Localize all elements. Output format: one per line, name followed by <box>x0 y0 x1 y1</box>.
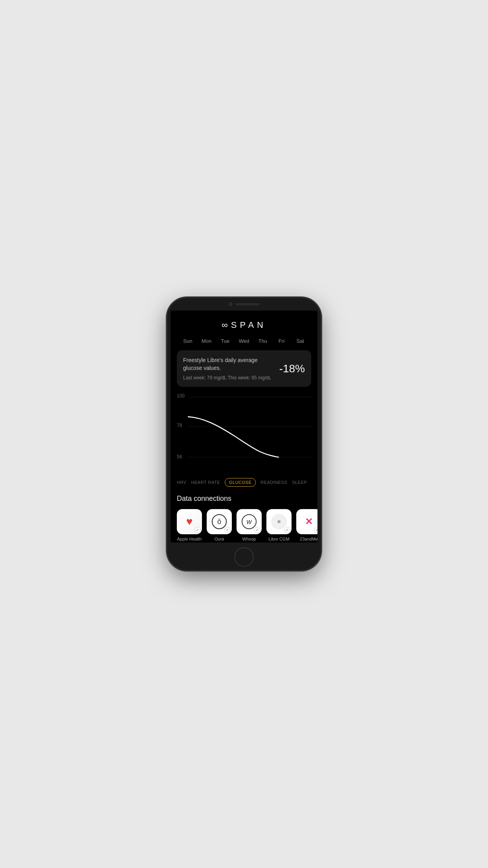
info-card-stats: Last week: 79 mg/dL This week: 65 mg/dL <box>183 375 275 381</box>
speaker <box>236 303 259 305</box>
day-fri[interactable]: Fri <box>272 338 291 344</box>
tab-hrv[interactable]: HRV <box>177 478 187 486</box>
connection-23andme[interactable]: ✕ ✓ 23andMe <box>296 509 317 541</box>
whoop-icon-wrap: w ✓ <box>237 509 262 534</box>
chart-label-56: 56 <box>177 454 182 460</box>
libre-dot <box>277 520 281 523</box>
logo-infinity-icon: ∞ <box>222 320 227 330</box>
logo-section: ∞ SPAN <box>177 317 311 330</box>
connection-apple-health[interactable]: ♥ ✓ Apple Health <box>177 509 202 541</box>
connection-libre[interactable]: ✓ Libre CGM <box>266 509 292 541</box>
day-sun[interactable]: Sun <box>178 338 197 344</box>
connection-whoop[interactable]: w ✓ Whoop <box>237 509 262 541</box>
whoop-icon: w <box>242 514 257 529</box>
23andme-checkmark: ✓ <box>314 527 317 533</box>
data-connections-title: Data connections <box>177 495 311 503</box>
percentage-value: -18% <box>279 362 305 375</box>
day-tue[interactable]: Tue <box>216 338 235 344</box>
oura-checkmark: ✓ <box>224 527 231 533</box>
libre-icon <box>272 514 286 529</box>
tabs-row: HRV HEART RATE GLUCOSE READINESS SLEEP W… <box>177 478 311 487</box>
chart-label-78: 78 <box>177 423 182 428</box>
info-card: Freestyle Libre's daily average glucose … <box>177 350 311 387</box>
whoop-checkmark: ✓ <box>254 527 261 533</box>
app-content: ∞ SPAN Sun Mon Tue Wed Thu Fri Sat Frees… <box>171 311 317 542</box>
chart-label-100: 100 <box>177 393 185 399</box>
apple-health-icon-wrap: ♥ ✓ <box>177 509 202 534</box>
connections-row: ♥ ✓ Apple Health ō ✓ Oura <box>177 509 311 541</box>
connection-oura[interactable]: ō ✓ Oura <box>207 509 232 541</box>
oura-label: Oura <box>215 537 224 541</box>
tab-sleep[interactable]: SLEEP <box>292 478 307 486</box>
last-week-label: Last week: <box>183 375 205 381</box>
chart-svg <box>188 393 311 472</box>
this-week-label: This week: <box>227 375 250 381</box>
tab-glucose[interactable]: GLUCOSE <box>225 478 256 487</box>
tab-readiness[interactable]: READINESS <box>261 478 287 486</box>
app-title: SPAN <box>231 320 266 330</box>
phone-frame: ∞ SPAN Sun Mon Tue Wed Thu Fri Sat Frees… <box>167 298 321 570</box>
phone-top-bar <box>167 298 321 311</box>
info-card-title: Freestyle Libre's daily average glucose … <box>183 357 275 372</box>
days-row: Sun Mon Tue Wed Thu Fri Sat <box>177 338 311 344</box>
libre-label: Libre CGM <box>268 537 289 541</box>
23andme-icon-wrap: ✕ ✓ <box>296 509 317 534</box>
day-wed[interactable]: Wed <box>235 338 253 344</box>
whoop-label: Whoop <box>242 537 256 541</box>
this-week-value: 65 mg/dL <box>251 375 271 381</box>
day-thu[interactable]: Thu <box>253 338 272 344</box>
libre-checkmark: ✓ <box>284 527 290 533</box>
23andme-label: 23andMe <box>300 537 317 541</box>
day-sat[interactable]: Sat <box>291 338 310 344</box>
heart-icon: ♥ <box>186 515 193 528</box>
screen[interactable]: ∞ SPAN Sun Mon Tue Wed Thu Fri Sat Frees… <box>171 311 317 542</box>
last-week-value: 79 mg/dL <box>207 375 227 381</box>
oura-icon: ō <box>212 514 227 529</box>
info-card-text: Freestyle Libre's daily average glucose … <box>183 357 275 381</box>
tab-heart-rate[interactable]: HEART RATE <box>191 478 220 486</box>
oura-icon-wrap: ō ✓ <box>207 509 232 534</box>
libre-icon-wrap: ✓ <box>266 509 292 534</box>
apple-health-label: Apple Health <box>177 537 202 541</box>
day-mon[interactable]: Mon <box>197 338 216 344</box>
front-camera <box>229 302 233 306</box>
home-button[interactable] <box>234 547 254 567</box>
chart-area: 100 78 56 <box>177 393 311 472</box>
23andme-icon: ✕ <box>305 516 313 527</box>
